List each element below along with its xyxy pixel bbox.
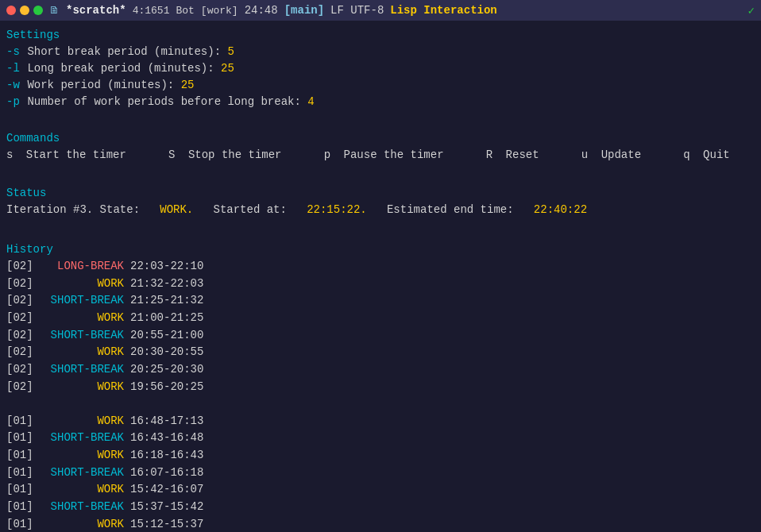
status-state: WORK.: [160, 203, 193, 216]
cmd-label-p: Pause the timer: [344, 147, 444, 164]
work-tag: [work]: [201, 5, 238, 17]
table-row: [01] WORK 15:42-16:07: [6, 481, 755, 499]
short-break-value: 5: [227, 44, 234, 60]
hist-index: [01]: [6, 481, 37, 499]
hist-index: [02]: [6, 379, 37, 396]
flag-l: -l: [6, 60, 21, 77]
table-row: [01] WORK 16:18-16:43: [6, 447, 755, 465]
close-button[interactable]: [6, 6, 16, 15]
settings-label: Settings: [6, 27, 755, 44]
table-row: [01] SHORT-BREAK 15:37-15:42: [6, 499, 755, 516]
table-row: [02] SHORT-BREAK 20:55-21:00: [6, 327, 755, 345]
history-group-2: [01] WORK 16:48-17:13 [01] SHORT-BREAK 1…: [6, 413, 755, 533]
table-row: [02] WORK 19:56-20:25: [6, 379, 755, 396]
hist-index: [02]: [6, 276, 37, 293]
hist-type: WORK: [37, 344, 124, 361]
work-period-value: 25: [181, 77, 195, 94]
position: 4:1651: [133, 5, 170, 17]
mode: Lisp Interaction: [390, 4, 496, 17]
hist-type: WORK: [37, 413, 124, 430]
flag-p: -p: [6, 94, 21, 110]
setting-long-break: -l Long break period (minutes): 25: [6, 60, 755, 77]
hist-type: SHORT-BREAK: [37, 327, 124, 345]
hist-time: 15:42-16:07: [130, 481, 203, 499]
hist-index: [02]: [6, 361, 37, 379]
main-content: Settings -s Short break period (minutes)…: [0, 21, 761, 532]
status-start-time: 22:15:22.: [307, 203, 367, 216]
setting-work-period: -w Work period (minutes): 25: [6, 77, 755, 94]
table-row: [02] SHORT-BREAK 21:25-21:32: [6, 292, 755, 310]
cmd-key-q[interactable]: q: [683, 147, 690, 164]
status-prefix: Iteration #3. State:: [6, 203, 140, 216]
flag-w: -w: [6, 77, 21, 94]
hist-time: 19:56-20:25: [130, 379, 203, 396]
cmd-key-s[interactable]: s: [6, 147, 13, 164]
history-label: History: [6, 241, 755, 258]
table-row: [02] WORK 21:00-21:25: [6, 310, 755, 327]
hist-time: 15:37-15:42: [130, 499, 203, 516]
time: 24:48: [245, 4, 278, 17]
cmd-key-p[interactable]: p: [324, 147, 330, 164]
hist-index: [02]: [6, 344, 37, 361]
traffic-lights: [6, 6, 43, 15]
setting-short-break: -s Short break period (minutes): 5: [6, 44, 755, 60]
commands-row: s Start the timer S Stop the timer p Pau…: [6, 147, 755, 164]
hist-type: SHORT-BREAK: [37, 430, 124, 447]
cmd-label-u: Update: [601, 147, 641, 164]
filename: *scratch*: [66, 4, 126, 17]
hist-time: 20:25-20:30: [130, 361, 203, 379]
hist-time: 20:30-20:55: [130, 344, 203, 361]
cmd-label-R: Reset: [506, 147, 539, 164]
hist-index: [02]: [6, 292, 37, 310]
history-group-1: [02] LONG-BREAK 22:03-22:10 [02] WORK 21…: [6, 258, 755, 396]
encoding: LF UTF-8: [330, 4, 384, 17]
hist-index: [01]: [6, 516, 37, 532]
periods-value: 4: [307, 94, 314, 110]
table-row: [01] SHORT-BREAK 16:43-16:48: [6, 430, 755, 447]
table-row: [02] LONG-BREAK 22:03-22:10: [6, 258, 755, 276]
cmd-key-S[interactable]: S: [168, 147, 175, 164]
hist-type: WORK: [37, 447, 124, 465]
status-end-time: 22:40:22: [534, 203, 587, 216]
long-break-text: Long break period (minutes):: [21, 60, 221, 77]
hist-time: 20:55-21:00: [130, 327, 203, 345]
minimize-button[interactable]: [20, 6, 29, 15]
title-bar: 🗎 *scratch* 4:1651 Bot [work] 24:48 [mai…: [0, 0, 761, 21]
work-period-text: Work period (minutes):: [21, 77, 181, 94]
hist-index: [01]: [6, 430, 37, 447]
status-end-label: Estimated end time:: [387, 203, 514, 216]
hist-time: 21:25-21:32: [130, 292, 203, 310]
hist-index: [02]: [6, 258, 37, 276]
short-break-text: Short break period (minutes):: [21, 44, 227, 60]
hist-index: [01]: [6, 413, 37, 430]
hist-index: [02]: [6, 310, 37, 327]
check-icon: ✓: [748, 4, 755, 17]
long-break-value: 25: [221, 60, 234, 77]
status-line: Iteration #3. State: WORK. Started at: 2…: [6, 202, 755, 218]
hist-index: [02]: [6, 327, 37, 345]
hist-type: WORK: [37, 481, 124, 499]
table-row: [01] WORK 16:48-17:13: [6, 413, 755, 430]
flag-s: -s: [6, 44, 21, 60]
cmd-key-R[interactable]: R: [486, 147, 493, 164]
hist-type: WORK: [37, 310, 124, 327]
cmd-label-s: Start the timer: [26, 147, 126, 164]
table-row: [01] SHORT-BREAK 16:07-16:18: [6, 465, 755, 482]
branch: [main]: [284, 4, 324, 17]
maximize-button[interactable]: [33, 6, 43, 15]
hist-time: 16:48-17:13: [130, 413, 203, 430]
cmd-key-u[interactable]: u: [581, 147, 588, 164]
hist-time: 15:12-15:37: [130, 516, 203, 532]
table-row: [02] WORK 21:32-22:03: [6, 276, 755, 293]
cmd-label-q: Quit: [703, 147, 730, 164]
hist-index: [01]: [6, 447, 37, 465]
hist-index: [01]: [6, 499, 37, 516]
file-icon: 🗎: [49, 5, 60, 17]
setting-periods-before-long: -p Number of work periods before long br…: [6, 94, 755, 110]
table-row: [01] WORK 15:12-15:37: [6, 516, 755, 532]
hist-type: SHORT-BREAK: [37, 499, 124, 516]
hist-index: [01]: [6, 465, 37, 482]
periods-text: Number of work periods before long break…: [21, 94, 307, 110]
hist-type: SHORT-BREAK: [37, 361, 124, 379]
hist-time: 16:07-16:18: [130, 465, 203, 482]
